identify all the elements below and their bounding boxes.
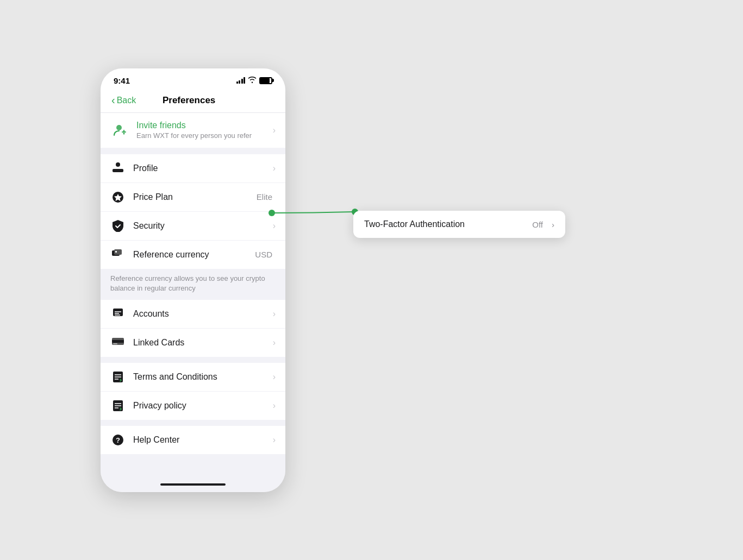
terms-icon xyxy=(110,369,126,385)
privacy-icon xyxy=(110,398,126,413)
invite-chevron-icon: › xyxy=(273,125,276,135)
security-label: Security xyxy=(133,221,273,231)
svg-point-0 xyxy=(116,125,122,130)
tooltip-chevron-icon: › xyxy=(552,220,554,229)
wifi-icon xyxy=(248,77,257,85)
price-plan-row[interactable]: Price Plan Elite xyxy=(101,183,285,212)
reference-currency-value: USD xyxy=(255,250,272,259)
page-title: Preferences xyxy=(136,95,242,106)
svg-point-1 xyxy=(123,133,125,134)
tooltip-value: Off xyxy=(532,220,543,229)
profile-icon xyxy=(110,161,126,176)
help-row[interactable]: ? Help Center › xyxy=(101,426,285,454)
linked-cards-icon xyxy=(110,335,126,350)
tooltip-label: Two-Factor Authentication xyxy=(364,219,526,229)
status-time: 9:41 xyxy=(114,76,130,85)
profile-row[interactable]: Profile › xyxy=(101,154,285,183)
svg-rect-5 xyxy=(113,169,123,172)
reference-currency-row[interactable]: Reference currency USD xyxy=(101,241,285,269)
group-legal: Terms and Conditions › Privacy policy › xyxy=(101,363,285,420)
linked-cards-label: Linked Cards xyxy=(133,338,273,348)
price-plan-value: Elite xyxy=(257,192,272,202)
group-accounts: Accounts › Linked Cards › xyxy=(101,300,285,357)
help-chevron-icon: › xyxy=(273,435,276,445)
back-button[interactable]: ‹ Back xyxy=(111,95,136,105)
home-bar xyxy=(160,483,226,486)
help-label: Help Center xyxy=(133,435,273,445)
invite-subtitle: Earn WXT for every person you refer xyxy=(136,131,273,140)
chevron-left-icon: ‹ xyxy=(111,95,115,105)
home-indicator xyxy=(101,479,285,492)
linked-cards-row[interactable]: Linked Cards › xyxy=(101,329,285,357)
svg-text:?: ? xyxy=(116,436,120,444)
security-chevron-icon: › xyxy=(273,221,276,231)
invite-icon xyxy=(110,121,130,140)
reference-currency-description: Reference currency allows you to see you… xyxy=(101,269,285,300)
reference-currency-icon xyxy=(110,247,126,262)
invite-section[interactable]: Invite friends Earn WXT for every person… xyxy=(101,113,285,148)
privacy-row[interactable]: Privacy policy › xyxy=(101,392,285,420)
section-gap-1 xyxy=(101,149,285,154)
security-icon xyxy=(110,218,126,234)
nav-bar: ‹ Back Preferences xyxy=(101,90,285,113)
accounts-row[interactable]: Accounts › xyxy=(101,300,285,329)
terms-label: Terms and Conditions xyxy=(133,372,273,382)
privacy-chevron-icon: › xyxy=(273,401,276,411)
price-plan-label: Price Plan xyxy=(133,192,257,202)
svg-rect-4 xyxy=(116,162,120,167)
reference-currency-label: Reference currency xyxy=(133,250,255,260)
help-icon: ? xyxy=(110,432,126,448)
invite-text: Invite friends Earn WXT for every person… xyxy=(136,121,273,140)
security-row[interactable]: Security › xyxy=(101,212,285,241)
signal-icon xyxy=(236,77,246,84)
group-settings: Profile › Price Plan Elite xyxy=(101,154,285,269)
accounts-icon xyxy=(110,306,126,322)
section-gap-3 xyxy=(101,420,285,426)
status-icons xyxy=(236,77,273,85)
battery-icon xyxy=(259,77,272,84)
section-gap-2 xyxy=(101,357,285,363)
svg-rect-17 xyxy=(113,343,117,344)
profile-chevron-icon: › xyxy=(273,163,276,173)
svg-rect-10 xyxy=(115,251,117,253)
invite-row[interactable]: Invite friends Earn WXT for every person… xyxy=(101,113,285,148)
phone-shell: 9:41 ‹ Back Preferences xyxy=(101,68,285,492)
accounts-chevron-icon: › xyxy=(273,309,276,319)
invite-title: Invite friends xyxy=(136,121,273,130)
svg-rect-16 xyxy=(112,340,124,343)
terms-row[interactable]: Terms and Conditions › xyxy=(101,363,285,392)
content-scroll[interactable]: Invite friends Earn WXT for every person… xyxy=(101,113,285,479)
profile-label: Profile xyxy=(133,163,273,173)
price-plan-icon xyxy=(110,190,126,205)
status-bar: 9:41 xyxy=(101,68,285,90)
two-factor-tooltip[interactable]: Two-Factor Authentication Off › xyxy=(353,211,565,238)
privacy-label: Privacy policy xyxy=(133,401,273,411)
linked-cards-chevron-icon: › xyxy=(273,338,276,348)
terms-chevron-icon: › xyxy=(273,372,276,382)
back-label: Back xyxy=(117,96,136,105)
accounts-label: Accounts xyxy=(133,309,273,319)
group-help: ? Help Center › xyxy=(101,426,285,454)
